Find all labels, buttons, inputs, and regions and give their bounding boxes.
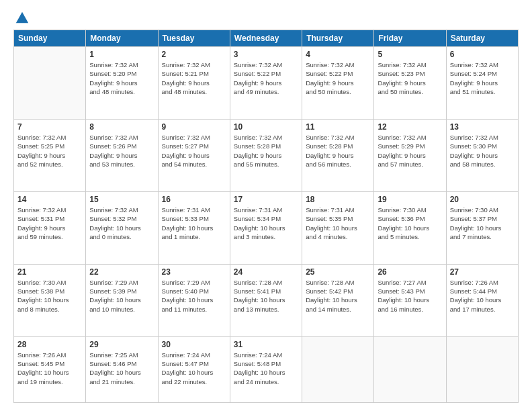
calendar-day-cell: 21Sunrise: 7:30 AM Sunset: 5:38 PM Dayli… [14,264,86,336]
day-number: 31 [234,340,298,349]
day-info: Sunrise: 7:28 AM Sunset: 5:41 PM Dayligh… [234,278,298,314]
calendar-day-header: Monday [86,30,158,47]
day-info: Sunrise: 7:30 AM Sunset: 5:36 PM Dayligh… [378,205,442,241]
calendar-day-cell: 31Sunrise: 7:24 AM Sunset: 5:48 PM Dayli… [230,336,302,402]
calendar-day-cell: 30Sunrise: 7:24 AM Sunset: 5:47 PM Dayli… [158,336,230,402]
day-info: Sunrise: 7:32 AM Sunset: 5:22 PM Dayligh… [234,60,298,96]
day-info: Sunrise: 7:29 AM Sunset: 5:39 PM Dayligh… [89,278,154,314]
day-info: Sunrise: 7:32 AM Sunset: 5:20 PM Dayligh… [89,60,154,96]
day-number: 6 [450,50,515,59]
calendar-day-cell: 18Sunrise: 7:31 AM Sunset: 5:35 PM Dayli… [302,191,374,264]
calendar-day-cell: 20Sunrise: 7:30 AM Sunset: 5:37 PM Dayli… [446,191,518,264]
day-number: 22 [89,267,154,277]
calendar-week-row: 14Sunrise: 7:32 AM Sunset: 5:31 PM Dayli… [14,191,519,264]
day-number: 14 [17,195,82,204]
calendar-week-row: 28Sunrise: 7:26 AM Sunset: 5:45 PM Dayli… [14,336,519,402]
calendar-day-header: Tuesday [158,30,230,47]
day-info: Sunrise: 7:31 AM Sunset: 5:33 PM Dayligh… [162,205,226,241]
calendar-day-cell: 29Sunrise: 7:25 AM Sunset: 5:46 PM Dayli… [86,336,158,402]
day-number: 18 [306,195,370,204]
day-number: 26 [378,267,442,277]
day-info: Sunrise: 7:31 AM Sunset: 5:35 PM Dayligh… [306,205,370,241]
day-number: 7 [17,122,82,132]
day-info: Sunrise: 7:32 AM Sunset: 5:27 PM Dayligh… [162,133,226,169]
day-number: 8 [89,122,154,132]
day-info: Sunrise: 7:32 AM Sunset: 5:29 PM Dayligh… [378,133,442,169]
day-info: Sunrise: 7:32 AM Sunset: 5:31 PM Dayligh… [17,205,82,241]
day-number: 2 [162,50,226,59]
day-number: 30 [162,340,226,349]
day-info: Sunrise: 7:26 AM Sunset: 5:45 PM Dayligh… [17,351,82,386]
calendar-day-cell [374,336,446,402]
day-info: Sunrise: 7:27 AM Sunset: 5:43 PM Dayligh… [378,278,442,314]
day-info: Sunrise: 7:32 AM Sunset: 5:32 PM Dayligh… [89,205,154,241]
day-info: Sunrise: 7:24 AM Sunset: 5:48 PM Dayligh… [234,351,298,386]
day-info: Sunrise: 7:32 AM Sunset: 5:24 PM Dayligh… [450,60,515,96]
day-number: 1 [89,50,154,59]
calendar-day-cell: 24Sunrise: 7:28 AM Sunset: 5:41 PM Dayli… [230,264,302,336]
day-number: 23 [162,267,226,277]
day-number: 19 [378,195,442,204]
day-number: 16 [162,195,226,204]
calendar-day-cell: 3Sunrise: 7:32 AM Sunset: 5:22 PM Daylig… [230,47,302,120]
calendar-day-header: Wednesday [230,30,302,47]
calendar-day-cell: 28Sunrise: 7:26 AM Sunset: 5:45 PM Dayli… [14,336,86,402]
day-number: 13 [450,122,515,132]
calendar-day-cell: 23Sunrise: 7:29 AM Sunset: 5:40 PM Dayli… [158,264,230,336]
day-number: 12 [378,122,442,132]
calendar-day-cell: 15Sunrise: 7:32 AM Sunset: 5:32 PM Dayli… [86,191,158,264]
calendar-day-cell [446,336,518,402]
day-info: Sunrise: 7:28 AM Sunset: 5:42 PM Dayligh… [306,278,370,314]
day-info: Sunrise: 7:30 AM Sunset: 5:37 PM Dayligh… [450,205,515,241]
calendar-day-cell: 11Sunrise: 7:32 AM Sunset: 5:28 PM Dayli… [302,119,374,191]
day-info: Sunrise: 7:26 AM Sunset: 5:44 PM Dayligh… [450,278,515,314]
day-info: Sunrise: 7:32 AM Sunset: 5:22 PM Dayligh… [306,60,370,96]
day-number: 20 [450,195,515,204]
calendar-week-row: 21Sunrise: 7:30 AM Sunset: 5:38 PM Dayli… [14,264,519,336]
logo-icon [15,11,30,26]
logo-text [13,11,30,26]
calendar-day-cell: 9Sunrise: 7:32 AM Sunset: 5:27 PM Daylig… [158,119,230,191]
day-info: Sunrise: 7:30 AM Sunset: 5:38 PM Dayligh… [17,278,82,314]
calendar-day-header: Saturday [446,30,518,47]
calendar-table: SundayMondayTuesdayWednesdayThursdayFrid… [13,30,519,403]
day-info: Sunrise: 7:32 AM Sunset: 5:28 PM Dayligh… [306,133,370,169]
header [13,11,519,26]
calendar-day-header: Friday [374,30,446,47]
day-info: Sunrise: 7:29 AM Sunset: 5:40 PM Dayligh… [162,278,226,314]
calendar-day-cell: 4Sunrise: 7:32 AM Sunset: 5:22 PM Daylig… [302,47,374,120]
day-number: 17 [234,195,298,204]
day-info: Sunrise: 7:32 AM Sunset: 5:23 PM Dayligh… [378,60,442,96]
day-info: Sunrise: 7:32 AM Sunset: 5:30 PM Dayligh… [450,133,515,169]
day-info: Sunrise: 7:31 AM Sunset: 5:34 PM Dayligh… [234,205,298,241]
day-number: 10 [234,122,298,132]
day-number: 4 [306,50,370,59]
calendar-day-cell: 16Sunrise: 7:31 AM Sunset: 5:33 PM Dayli… [158,191,230,264]
day-number: 3 [234,50,298,59]
calendar-week-row: 7Sunrise: 7:32 AM Sunset: 5:25 PM Daylig… [14,119,519,191]
day-number: 25 [306,267,370,277]
calendar-day-cell: 5Sunrise: 7:32 AM Sunset: 5:23 PM Daylig… [374,47,446,120]
day-number: 24 [234,267,298,277]
day-number: 9 [162,122,226,132]
day-number: 27 [450,267,515,277]
calendar-day-cell: 10Sunrise: 7:32 AM Sunset: 5:28 PM Dayli… [230,119,302,191]
day-number: 15 [89,195,154,204]
calendar-day-cell: 12Sunrise: 7:32 AM Sunset: 5:29 PM Dayli… [374,119,446,191]
day-number: 29 [89,340,154,349]
calendar-day-cell: 17Sunrise: 7:31 AM Sunset: 5:34 PM Dayli… [230,191,302,264]
logo [13,11,30,26]
svg-marker-0 [16,12,28,24]
day-number: 28 [17,340,82,349]
calendar-header-row: SundayMondayTuesdayWednesdayThursdayFrid… [14,30,519,47]
calendar-day-cell: 1Sunrise: 7:32 AM Sunset: 5:20 PM Daylig… [86,47,158,120]
calendar-day-cell [302,336,374,402]
calendar-day-cell: 25Sunrise: 7:28 AM Sunset: 5:42 PM Dayli… [302,264,374,336]
calendar-day-cell: 19Sunrise: 7:30 AM Sunset: 5:36 PM Dayli… [374,191,446,264]
calendar-day-header: Thursday [302,30,374,47]
calendar-day-cell: 26Sunrise: 7:27 AM Sunset: 5:43 PM Dayli… [374,264,446,336]
calendar-day-cell: 22Sunrise: 7:29 AM Sunset: 5:39 PM Dayli… [86,264,158,336]
calendar-day-cell: 13Sunrise: 7:32 AM Sunset: 5:30 PM Dayli… [446,119,518,191]
calendar-day-cell: 2Sunrise: 7:32 AM Sunset: 5:21 PM Daylig… [158,47,230,120]
day-number: 21 [17,267,82,277]
